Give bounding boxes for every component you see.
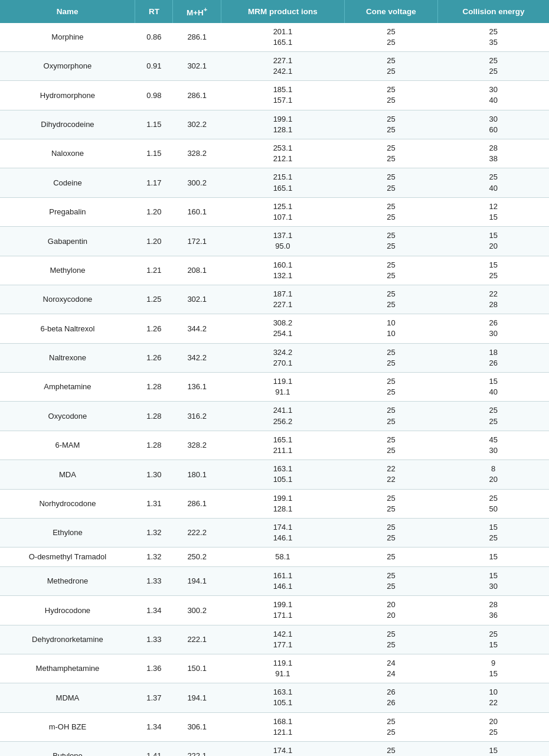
cell-cone: 2525 [344, 51, 437, 80]
cell-collision: 2540 [437, 168, 549, 197]
cell-rt: 1.30 [135, 460, 173, 489]
cell-rt: 1.33 [135, 566, 173, 595]
cell-name: Methamphetamine [0, 654, 135, 683]
cell-mrm: 308.2254.1 [221, 314, 344, 343]
cell-name: m-OH BZE [0, 712, 135, 741]
cell-rt: 0.91 [135, 51, 173, 80]
cell-rt: 1.32 [135, 518, 173, 547]
cell-name: Butylone [0, 742, 135, 757]
cell-rt: 0.98 [135, 81, 173, 110]
cell-name: Oxycodone [0, 402, 135, 431]
cell-name: Methedrone [0, 566, 135, 595]
cell-mh: 328.2 [173, 431, 221, 460]
cell-collision: 1520 [437, 227, 549, 256]
cell-mh: 316.2 [173, 402, 221, 431]
cell-mrm: 125.1107.1 [221, 197, 344, 226]
cell-name: 6-MAM [0, 431, 135, 460]
cell-rt: 1.17 [135, 168, 173, 197]
cell-collision: 2838 [437, 139, 549, 168]
cell-mh: 208.1 [173, 256, 221, 285]
cell-name: Morphine [0, 23, 135, 52]
cell-name: MDMA [0, 683, 135, 712]
cell-cone: 2525 [344, 402, 437, 431]
cell-mrm: 119.191.1 [221, 654, 344, 683]
cell-mh: 286.1 [173, 23, 221, 52]
cell-cone: 2525 [344, 566, 437, 595]
col-header-mh: M+H+ [173, 0, 221, 23]
cell-name: Noroxycodone [0, 285, 135, 314]
cell-name: Oxymorphone [0, 51, 135, 80]
cell-mh: 222.1 [173, 742, 221, 757]
cell-rt: 1.34 [135, 712, 173, 741]
table-row: Methedrone1.33194.1161.1146.125251530 [0, 566, 549, 595]
cell-cone: 2020 [344, 596, 437, 625]
cell-collision: 1540 [437, 373, 549, 402]
table-row: m-OH BZE1.34306.1168.1121.125252025 [0, 712, 549, 741]
cell-mrm: 163.1105.1 [221, 460, 344, 489]
table-row: Dehydronorketamine1.33222.1142.1177.1252… [0, 625, 549, 654]
cell-rt: 1.37 [135, 683, 173, 712]
cell-mh: 180.1 [173, 460, 221, 489]
cell-cone: 2424 [344, 654, 437, 683]
cell-cone: 2525 [344, 343, 437, 372]
cell-mrm: 185.1157.1 [221, 81, 344, 110]
cell-mrm: 215.1165.1 [221, 168, 344, 197]
cell-collision: 2525 [437, 51, 549, 80]
table-row: Oxymorphone0.91302.1227.1242.125252525 [0, 51, 549, 80]
cell-cone: 2626 [344, 683, 437, 712]
table-row: Morphine0.86286.1201.1165.125252535 [0, 23, 549, 52]
cell-mrm: 161.1146.1 [221, 566, 344, 595]
table-row: Naloxone1.15328.2253.1212.125252838 [0, 139, 549, 168]
cell-collision: 3040 [437, 81, 549, 110]
col-header-cone: Cone voltage [344, 0, 437, 23]
cell-mh: 302.1 [173, 285, 221, 314]
cell-cone: 2525 [344, 373, 437, 402]
cell-mrm: 174.1146.1 [221, 742, 344, 757]
cell-name: Norhydrocodone [0, 489, 135, 518]
cell-mh: 150.1 [173, 654, 221, 683]
cell-cone: 2525 [344, 23, 437, 52]
cell-cone: 2525 [344, 489, 437, 518]
cell-name: Hydromorphone [0, 81, 135, 110]
cell-name: Naloxone [0, 139, 135, 168]
cell-cone: 2525 [344, 110, 437, 139]
table-row: Gabapentin1.20172.1137.195.025251520 [0, 227, 549, 256]
cell-mrm: 199.1128.1 [221, 110, 344, 139]
cell-mh: 342.2 [173, 343, 221, 372]
cell-mrm: 174.1146.1 [221, 518, 344, 547]
cell-cone: 25 [344, 548, 437, 567]
cell-rt: 1.20 [135, 227, 173, 256]
cell-cone: 2525 [344, 168, 437, 197]
cell-collision: 4530 [437, 431, 549, 460]
cell-collision: 1826 [437, 343, 549, 372]
cell-name: Hydrocodone [0, 596, 135, 625]
cell-collision: 1215 [437, 197, 549, 226]
table-row: Norhydrocodone1.31286.1199.1128.12525255… [0, 489, 549, 518]
cell-collision: 1530 [437, 566, 549, 595]
cell-rt: 1.15 [135, 139, 173, 168]
cell-cone: 1010 [344, 314, 437, 343]
table-row: Dihydrocodeine1.15302.2199.1128.12525306… [0, 110, 549, 139]
cell-collision: 1525 [437, 742, 549, 757]
cell-collision: 3060 [437, 110, 549, 139]
col-header-rt: RT [135, 0, 173, 23]
cell-name: 6-beta Naltrexol [0, 314, 135, 343]
cell-cone: 2525 [344, 197, 437, 226]
cell-name: Dehydronorketamine [0, 625, 135, 654]
col-header-name: Name [0, 0, 135, 23]
cell-mh: 194.1 [173, 566, 221, 595]
cell-name: Codeine [0, 168, 135, 197]
cell-mh: 222.2 [173, 518, 221, 547]
cell-name: Ethylone [0, 518, 135, 547]
cell-cone: 2222 [344, 460, 437, 489]
cell-collision: 915 [437, 654, 549, 683]
cell-mrm: 165.1211.1 [221, 431, 344, 460]
cell-rt: 1.33 [135, 625, 173, 654]
table-row: MDA1.30180.1163.1105.12222820 [0, 460, 549, 489]
table-row: Methylone1.21208.1160.1132.125251525 [0, 256, 549, 285]
cell-mh: 286.1 [173, 81, 221, 110]
table-row: Codeine1.17300.2215.1165.125252540 [0, 168, 549, 197]
cell-name: Dihydrocodeine [0, 110, 135, 139]
cell-name: MDA [0, 460, 135, 489]
cell-collision: 2836 [437, 596, 549, 625]
